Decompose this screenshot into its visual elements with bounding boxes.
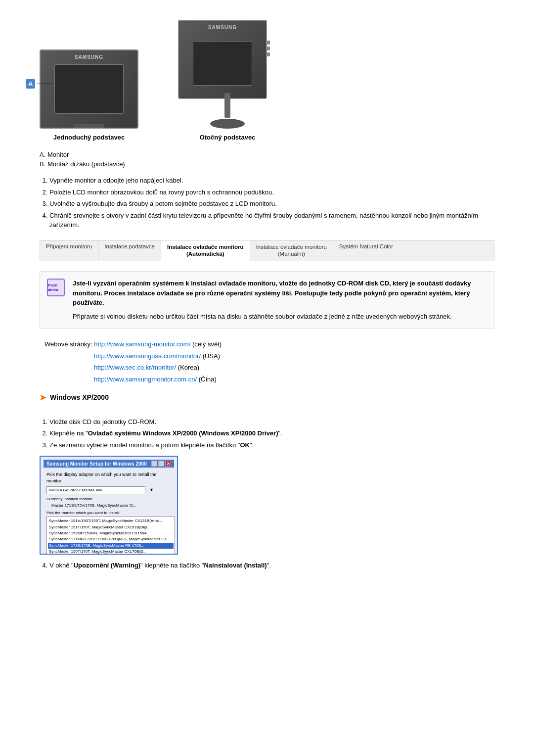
step-2: Klepněte na "Ovladač systému Windows XP/… [49,428,494,438]
link-world[interactable]: http://www.samsung-monitor.com/ [94,340,190,348]
dialog-pick-monitor-label: Pick the monitor which you want to insta… [46,510,171,516]
link-korea-suffix: (Korea) [178,364,199,371]
pivot-stand-item: SAMSUNG Oto [178,20,277,141]
close-btn[interactable]: ✕ [165,461,171,467]
windows-header: ➤ Windows XP/2000 [40,393,494,402]
tab-instalace-automaticka[interactable]: Instalace ovladače monitoru (Automatická… [161,240,250,261]
website-label: Webové stránky: [44,340,92,348]
dialog-pick-label: Pick the display adaptor on which you wa… [46,472,171,484]
simple-stand-item: SAMSUNG A Jednoduchý podstavec [40,49,138,141]
note-content: Jste-li vyzvání operačním systémem k ins… [73,279,487,321]
steps-section: Vložte disk CD do jednotky CD-ROM. Klepn… [40,417,494,570]
dialog-installed-label: Currently installed monitor [46,496,171,502]
dialog-master-label: Master 171S/175V/170S, MagicSyncMaster C… [46,503,171,508]
dialog-dropdown-row[interactable]: NVIDIA GeForce2 MX/MX 400 ▼ [46,486,171,494]
step-4-warning: Upozornění (Warning) [74,562,140,569]
note-bold-text: Jste-li vyzvání operačním systémem k ins… [73,279,487,308]
pivot-buttons [267,41,270,56]
dialog-title-text: Samsung Monitor Setup for Windows 2000 [46,461,147,467]
monitor-back-panel [54,64,124,114]
step-4-install: Nainstalovat (Install) [204,562,267,569]
instruction-item-4: Chránič srovnejte s otvory v zadní části… [49,211,494,230]
windows-title: Windows XP/2000 [50,393,109,401]
list-item-2[interactable]: SyncMaster 153MP/153MH, MagicSyncMaster … [48,530,174,536]
list-item-1[interactable]: SyncMaster 191T/150T, MagicSyncMaster CX… [48,524,174,530]
step-3-bold: OK [240,441,250,449]
link-world-suffix: (celý svět) [192,340,222,348]
dialog-pick-row: Pick the display adaptor on which you wa… [46,472,171,484]
sublabel-b: B. Montáž držáku (podstavce) [40,160,494,168]
tab-pripojeni[interactable]: Připojení monitoru [40,240,98,261]
sublabel-a: A. Monitor [40,151,494,158]
tab-instalace-manualni[interactable]: Instalace ovladače monitoru (Manuální) [250,240,333,261]
list-item-4[interactable]: SyncMaster 172B/173B, MagicSyncMaster RB… [48,543,174,549]
step-3: Ze seznamu vyberte model monitoru a poto… [49,440,494,450]
instructions-list: Vypněte monitor a odpojte jeho napájecí … [49,176,494,230]
note-icon-container: Pozn ámka [47,279,67,298]
step4-list: V okně "Upozornění (Warning)" klepněte n… [49,561,494,570]
link-usa[interactable]: http://www.samsungusa.com/monitor/ [94,352,201,360]
website-list: Webové stránky: http://www.samsung-monit… [44,338,494,385]
pivot-stand-assembly [210,93,245,129]
tab-instalace-podstavce[interactable]: Instalace podstavce [98,240,161,261]
dialog-monitor-list[interactable]: SyncMaster 151V/150T/150T, MagicSyncMast… [46,517,175,555]
note-section: Pozn ámka Jste-li vyzvání operačním syst… [40,271,494,329]
samsung-label-pivot: SAMSUNG [208,25,237,30]
instruction-item-2: Položte LCD monitor obrazovkou dolů na r… [49,188,494,197]
samsung-label-simple: SAMSUNG [75,54,103,60]
instruction-item-3: Uvolněte a vyšroubujte dva šrouby a poto… [49,199,494,209]
monitor-images-section: SAMSUNG A Jednoduchý podstavec SAMSUNG [40,20,494,141]
maximize-btn[interactable]: □ [158,461,164,467]
step-1: Vložte disk CD do jednotky CD-ROM. [49,417,494,427]
nav-tabs[interactable]: Připojení monitoru Instalace podstavce I… [40,240,494,262]
dialog-dropdown[interactable]: NVIDIA GeForce2 MX/MX 400 [46,486,145,494]
simple-stand-caption: Jednoduchý podstavec [53,134,125,141]
window-buttons[interactable]: _ □ ✕ [151,461,171,467]
label-a-badge: A [26,79,35,89]
link-korea[interactable]: http://www.sec.co.kr/monitor/ [94,364,176,371]
dialog-content: Pick the display adaptor on which you wa… [44,470,174,555]
step-2-bold: Ovladač systému Windows XP/2000 (Windows… [88,429,278,437]
pivot-stand-caption: Otočný podstavec [200,134,256,141]
tab-system-natural-color[interactable]: Systém Natural Color [333,240,399,261]
dialog-title-bar: Samsung Monitor Setup for Windows 2000 _… [44,460,174,468]
note-icon: Pozn ámka [47,279,65,296]
arrow-icon: ➤ [40,393,46,402]
minimize-btn[interactable]: _ [151,461,157,467]
dropdown-arrow-icon[interactable]: ▼ [149,487,154,493]
list-item-0[interactable]: SyncMaster 151V/150T/150T, MagicSyncMast… [48,518,174,524]
page-container: SAMSUNG A Jednoduchý podstavec SAMSUNG [0,0,534,592]
link-usa-suffix: (USA) [203,352,220,360]
list-item-3[interactable]: SyncMaster 171MB/172B/172MB/170B(MH), Ma… [48,536,174,542]
step-4: V okně "Upozornění (Warning)" klepněte n… [49,561,494,570]
list-item-5[interactable]: SyncMaster 150T/170T, MagicSyncMaster CX… [48,549,174,555]
steps-list: Vložte disk CD do jednotky CD-ROM. Klepn… [49,417,494,450]
link-china-suffix: (Čína) [199,376,217,383]
dialog-screenshot: Samsung Monitor Setup for Windows 2000 _… [40,456,178,555]
pivot-monitor-body: SAMSUNG [178,20,267,99]
pivot-back-panel [193,41,252,86]
monitor-stand-base [74,124,104,128]
simple-stand-image: SAMSUNG [40,49,138,129]
note-normal-text: Připravte si volnou disketu nebo určitou… [73,312,487,322]
instruction-item-1: Vypněte monitor a odpojte jeho napájecí … [49,176,494,186]
link-china[interactable]: http://www.samsungmonitor.com.cn/ [94,376,197,383]
